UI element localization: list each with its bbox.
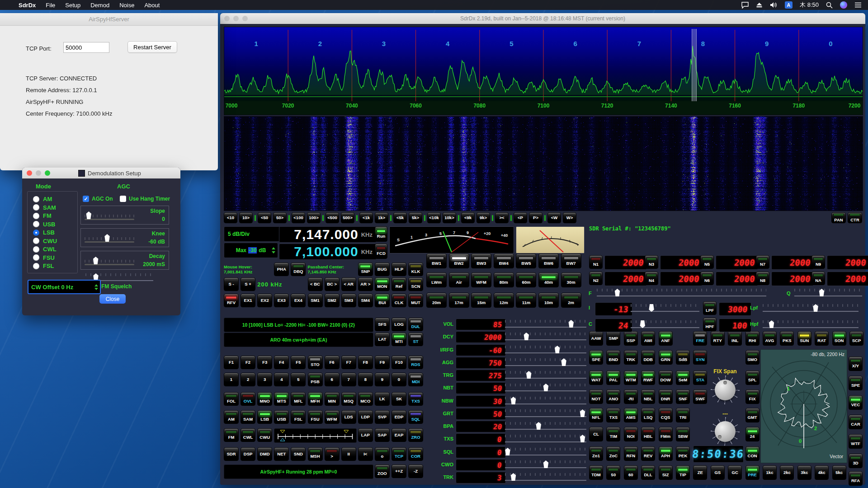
btn-s-[interactable]: S +: [241, 277, 255, 291]
btn-s-[interactable]: S -: [224, 277, 239, 291]
btn-n6[interactable]: N6: [700, 272, 714, 285]
btn-net[interactable]: NET: [274, 447, 289, 461]
btn-12m[interactable]: 12m: [494, 293, 514, 308]
c-slider[interactable]: [631, 319, 699, 329]
mode-radio-lsb[interactable]: LSB: [33, 229, 55, 236]
btn-tcp[interactable]: TCP: [392, 447, 406, 461]
btn-5kc[interactable]: 5kc: [832, 465, 846, 480]
btn-10m[interactable]: 10m: [538, 293, 559, 308]
btn-sem[interactable]: SeM: [676, 371, 690, 385]
btn-2m[interactable]: 2m: [561, 293, 581, 308]
use-hang-timer-checkbox[interactable]: Use Hang Timer: [120, 196, 170, 202]
btn-wtm[interactable]: WTM: [624, 371, 638, 385]
btn-2kc[interactable]: 2kc: [780, 465, 794, 480]
btn-lap[interactable]: LAP: [358, 428, 373, 442]
btn-6[interactable]: 6: [325, 373, 340, 386]
siri-icon[interactable]: [840, 1, 847, 9]
btn-fm[interactable]: FM: [224, 428, 239, 442]
fcd-button[interactable]: FCD: [375, 244, 387, 259]
param-slider[interactable]: [505, 434, 586, 444]
btn-i-[interactable]: I<: [358, 447, 373, 461]
btn-txs[interactable]: TXS: [408, 392, 423, 406]
btn-car[interactable]: CAR: [849, 415, 863, 429]
btn-tip[interactable]: TIP: [676, 465, 690, 480]
btn-ldp[interactable]: LDP: [358, 410, 373, 424]
btn-wfm[interactable]: WFM: [325, 410, 340, 424]
btn-snp[interactable]: SNP: [358, 263, 373, 276]
btn-mfl[interactable]: MFL: [291, 392, 306, 406]
step-5k-button[interactable]: 5k>: [409, 212, 422, 223]
btn-ams[interactable]: AMS: [624, 408, 638, 422]
btn-ex4[interactable]: EX4: [291, 294, 306, 307]
search-icon[interactable]: [826, 2, 833, 9]
btn-40m[interactable]: 40m: [538, 272, 559, 287]
btn-rat[interactable]: RAT: [815, 331, 829, 346]
max-db-spinbox[interactable]: Max-30dB: [224, 243, 278, 258]
btn-3kc[interactable]: 3kc: [797, 465, 811, 480]
btn-2[interactable]: 2: [241, 373, 255, 386]
param-slider[interactable]: [505, 319, 586, 329]
btn-ze[interactable]: ZE: [693, 465, 707, 480]
btn-ref[interactable]: Ref: [392, 277, 406, 291]
notification-list-icon[interactable]: [854, 2, 862, 8]
btn-sm3[interactable]: SM3: [341, 294, 356, 307]
btn-bw6[interactable]: BW6: [538, 253, 559, 268]
btn-n3[interactable]: N3: [645, 255, 658, 269]
btn-grn[interactable]: GRN: [659, 350, 673, 365]
btn-min[interactable]: MIN: [325, 392, 340, 406]
btn-sfs[interactable]: SFS: [375, 318, 390, 331]
btn-n7[interactable]: N7: [756, 255, 769, 269]
btn-dll[interactable]: DLL: [641, 465, 655, 480]
btn-x-y[interactable]: X/Y: [849, 357, 863, 371]
btn-hlp[interactable]: HLP: [392, 263, 406, 276]
btn-f7[interactable]: F7: [341, 356, 356, 369]
mode-radio-fsl[interactable]: FSL: [33, 263, 54, 269]
btn-bug[interactable]: BUG: [375, 263, 390, 276]
mode-radio-fm[interactable]: FM: [33, 212, 52, 219]
btn-o[interactable]: o: [375, 447, 390, 461]
btn-ssp[interactable]: SSP: [624, 331, 638, 346]
step-1k-button[interactable]: 1k>: [375, 212, 388, 223]
menubar-clock[interactable]: 木 8:50: [800, 1, 819, 9]
btn-cor[interactable]: COR: [408, 447, 423, 461]
btn-spe[interactable]: SPE: [849, 376, 863, 390]
btn-n4[interactable]: N4: [645, 272, 658, 285]
input-source-icon[interactable]: A: [785, 1, 793, 9]
btn-fmm[interactable]: FMm: [659, 427, 673, 441]
param-slider[interactable]: [505, 408, 586, 418]
btn-svp[interactable]: SVP: [375, 410, 390, 424]
btn-24[interactable]: 24: [745, 427, 760, 441]
btn-inl[interactable]: INL: [728, 331, 742, 346]
btn-zoc[interactable]: ZoC: [606, 446, 620, 461]
zoom-traffic-light[interactable]: [45, 170, 50, 176]
btn-bw7[interactable]: BW7: [561, 253, 581, 268]
btn-4[interactable]: 4: [274, 373, 289, 386]
waterfall-display[interactable]: [224, 116, 863, 211]
btn-1kc[interactable]: 1kc: [763, 465, 777, 480]
btn-sbw[interactable]: SBW: [676, 427, 690, 441]
btn-3d[interactable]: 3D: [849, 454, 863, 468]
chat-icon[interactable]: [741, 2, 749, 9]
btn-con[interactable]: CON: [745, 446, 760, 461]
btn-sql[interactable]: SQL: [408, 410, 423, 424]
knee-slider-box[interactable]: Knee-60 dB: [80, 228, 169, 247]
btn-50[interactable]: 50: [606, 465, 620, 480]
btn-lsq[interactable]: LSQ: [641, 408, 655, 422]
btn-smp[interactable]: SMP: [606, 331, 620, 346]
btn-rfv[interactable]: RFV: [224, 294, 239, 307]
btn-15m[interactable]: 15m: [471, 293, 491, 308]
btn-rfa[interactable]: RFA: [849, 471, 863, 486]
btn-rfn[interactable]: RFN: [624, 446, 638, 461]
step-CTR-button[interactable]: CTR: [848, 212, 862, 223]
btn-rty[interactable]: RTY: [711, 331, 725, 346]
btn-ddb[interactable]: DDB: [641, 350, 655, 365]
menu-noise[interactable]: Noise: [114, 2, 139, 9]
btn-scp[interactable]: SCP: [849, 331, 863, 346]
btn-sdr[interactable]: SDR: [224, 447, 239, 461]
btn-60m[interactable]: 60m: [516, 272, 536, 287]
btn-msh[interactable]: MSH: [308, 447, 323, 461]
btn-lk[interactable]: LK: [375, 392, 390, 406]
btn-lds[interactable]: LDS: [341, 410, 356, 424]
btn-ovl[interactable]: OVL: [241, 392, 255, 406]
btn-cwl[interactable]: CWL: [241, 428, 255, 442]
